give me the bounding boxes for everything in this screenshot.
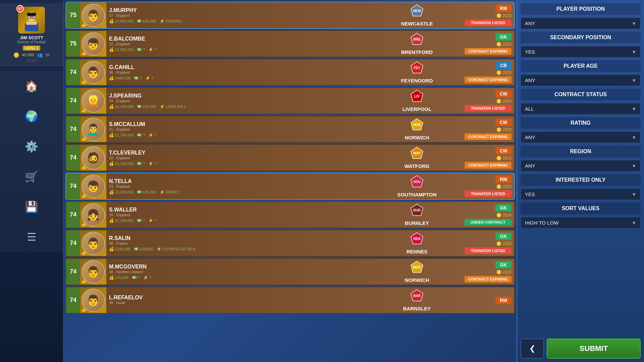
player-skill: ⚡LONG BALL: [160, 104, 186, 109]
rating-badge: 74: [66, 259, 80, 285]
player-value: 💰£190,000: [109, 247, 130, 251]
player-info: G.CAHILL 36 , England 💰£480,000 💵? ⚡?: [106, 59, 387, 85]
sort-values-dropdown[interactable]: HIGH TO LOW ▼: [521, 217, 641, 229]
club-logo: FEY: [410, 61, 424, 77]
club-section: WAT WATFORD: [387, 145, 447, 171]
secondary-position-dropdown[interactable]: YES ▼: [521, 46, 641, 58]
player-card[interactable]: 74 👱 👍 J.SPEARING 33 , England 💰£1,300,0…: [65, 87, 515, 114]
player-details: 33 , England: [109, 156, 384, 160]
player-avatar-area: 👨 👍: [80, 59, 106, 85]
nav-save[interactable]: 💾: [0, 192, 63, 222]
nav-world[interactable]: 🌍: [0, 101, 63, 131]
player-card[interactable]: 74 👨 👍 R.SALIN 38 , France 💰£190,000 💵£2…: [65, 230, 515, 257]
player-age-value: ANY: [525, 77, 535, 83]
player-stats: 💰£1,300,000 💵£24,000 ⚡LONG BALL: [109, 104, 384, 109]
player-card[interactable]: 74 👧 👍 S.WALLER 18 , England 💰£1,100,000…: [65, 201, 515, 228]
club-name: BARNSLEY: [403, 306, 431, 311]
player-card[interactable]: 74 👨 👍 L.REFAELOV 36 , Israel BAR BARNSL…: [65, 287, 515, 314]
skill-icon: ⚡: [148, 218, 153, 223]
player-age-dropdown[interactable]: ANY ▼: [521, 74, 641, 86]
right-section: RM 🟡2023 TRANSFER LISTED: [447, 2, 514, 28]
player-name: J.SPEARING: [109, 93, 384, 99]
player-info: L.REFAELOV 36 , Israel: [106, 287, 387, 313]
status-badge: CONTRACT EXPIRING: [465, 162, 512, 169]
player-details: 36 , England: [109, 70, 384, 74]
chevron-down-icon-4: ▼: [632, 106, 636, 112]
contract-status-value: ALL: [525, 106, 534, 112]
player-position-dropdown[interactable]: ANY ▼: [521, 17, 641, 29]
player-wage: 💵?: [132, 275, 140, 280]
player-info: S.MCCALLUM 21 , England 💰£1,700,000 💵? ⚡…: [106, 116, 387, 142]
nav-menu[interactable]: ☰: [0, 222, 63, 252]
rating-dropdown[interactable]: ANY ▼: [521, 131, 641, 143]
year-badge: 🟡2023: [496, 99, 512, 104]
position-badge: CM: [495, 119, 512, 126]
money-icon: 💰: [109, 190, 114, 194]
player-name: E.BALCOMBE: [109, 36, 384, 42]
skill-icon: ⚡: [145, 76, 150, 80]
skill-icon: ⚡: [160, 190, 165, 194]
like-icon: 👍: [81, 136, 87, 141]
player-skill: ⚡?: [148, 161, 156, 166]
like-icon: 👍: [81, 279, 87, 284]
submit-label: SUBMIT: [580, 344, 608, 353]
club-name: BRENTFORD: [401, 49, 433, 55]
secondary-position-title: SECONDARY POSITION: [521, 32, 641, 43]
player-card[interactable]: 75 👨 👍 J.MURPHY 27 , England 💰£4,800,000…: [65, 2, 515, 29]
svg-text:LIV: LIV: [414, 95, 420, 98]
skill-icon: ⚡: [148, 161, 153, 166]
nav-home[interactable]: 🏠: [0, 71, 63, 101]
like-icon: 👍: [81, 79, 87, 84]
coins-value: 40,000: [22, 53, 34, 57]
player-details: 38 , Northern Ireland: [109, 270, 384, 274]
contract-status-dropdown[interactable]: ALL ▼: [521, 103, 641, 115]
region-dropdown[interactable]: ANY ▼: [521, 160, 641, 172]
like-icon: 👍: [81, 51, 87, 56]
nav-settings[interactable]: ⚙️: [0, 131, 63, 162]
club-name: WATFORD: [405, 163, 430, 169]
player-card[interactable]: 74 🧔 👍 T.CLEVERLEY 33 , England 💰£1,100,…: [65, 144, 515, 171]
wage-icon: 💵: [137, 218, 142, 223]
player-avatar-area: 👦 👍: [80, 31, 106, 57]
calendar-icon: 🟡: [496, 70, 501, 75]
player-card[interactable]: 74 👨 👍 G.CAHILL 36 , England 💰£480,000 💵…: [65, 59, 515, 86]
player-list: 75 👨 👍 J.MURPHY 27 , England 💰£4,800,000…: [64, 0, 517, 362]
player-wage: 💵?: [137, 161, 145, 166]
sidebar: 47 JIM SCOTT Director of Football LEVEL …: [0, 0, 64, 362]
club-section: BUR BURNLEY: [387, 202, 447, 228]
player-card[interactable]: 75 👦 👍 E.BALCOMBE 22 , England 💰£2,900,0…: [65, 30, 515, 57]
rating-badge: 74: [66, 116, 80, 142]
save-icon: 💾: [25, 200, 38, 213]
player-card[interactable]: 74 👨‍🦱 👍 S.MCCALLUM 21 , England 💰£1,700…: [65, 116, 515, 143]
player-wage: 💵?: [134, 76, 142, 80]
player-name: R.SALIN: [109, 235, 384, 241]
player-card[interactable]: 74 👨 👍 M.MCGOVERN 38 , Northern Ireland …: [65, 258, 515, 285]
svg-text:WAT: WAT: [413, 152, 420, 155]
svg-text:BRE: BRE: [413, 38, 420, 41]
position-badge: GK: [495, 204, 512, 212]
money-icon: 💰: [109, 104, 114, 109]
svg-text:BUR: BUR: [413, 208, 421, 212]
bottom-buttons: ❮ SUBMIT: [521, 339, 641, 359]
player-card[interactable]: 74 👦 👍 N.TELLA 23 , England 💰£3,300,000 …: [65, 173, 515, 200]
calendar-icon: 🟡: [496, 99, 501, 104]
player-stats: 💰£2,900,000 💵? ⚡?: [109, 47, 384, 52]
player-name: T.CLEVERLEY: [109, 150, 384, 156]
player-skill: ⚡DIRECT: [160, 190, 179, 194]
submit-button[interactable]: SUBMIT: [547, 339, 641, 359]
like-icon: 👍: [81, 165, 87, 170]
interested-only-dropdown[interactable]: YES ▼: [521, 188, 641, 200]
back-button[interactable]: ❮: [521, 339, 544, 359]
filter-panel: PLAYER POSITION ANY ▼ SECONDARY POSITION…: [517, 0, 644, 362]
wage-icon: 💵: [137, 104, 142, 109]
nav-shop[interactable]: 🛒: [0, 162, 63, 192]
club-name: BURNLEY: [405, 220, 429, 226]
club-section: NEW NEWCASTLE: [387, 2, 447, 28]
player-details: 27 , England: [109, 13, 384, 17]
player-skill: ⚡COUNTER ATTACK: [157, 247, 196, 251]
svg-text:FEY: FEY: [414, 66, 420, 70]
player-stats: 💰£3,300,000 💵£25,000 ⚡DIRECT: [109, 190, 384, 194]
calendar-icon: 🟡: [496, 13, 501, 18]
friends-count: 10: [45, 53, 50, 57]
wage-icon: 💵: [137, 161, 142, 166]
